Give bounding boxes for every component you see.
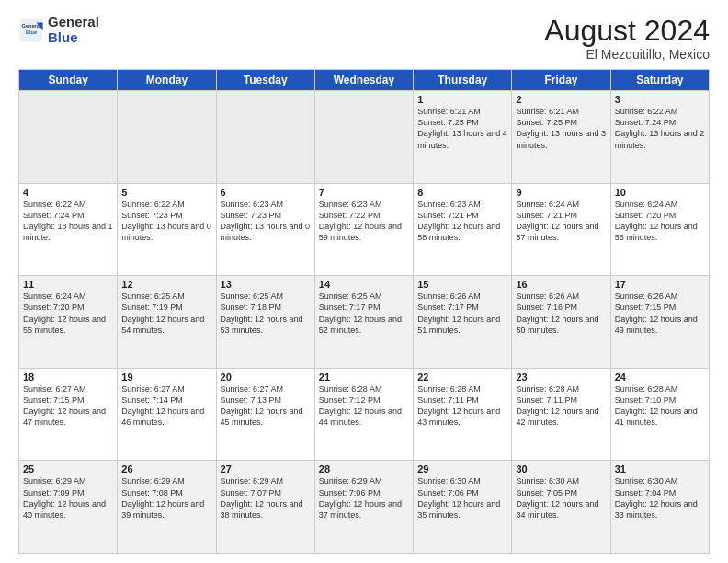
day-info: Sunrise: 6:23 AMSunset: 7:23 PMDaylight:…: [221, 199, 311, 244]
calendar-cell: 1Sunrise: 6:21 AMSunset: 7:25 PMDaylight…: [414, 91, 512, 184]
calendar-cell: 12Sunrise: 6:25 AMSunset: 7:19 PMDayligh…: [118, 276, 216, 369]
day-info: Sunrise: 6:30 AMSunset: 7:06 PMDaylight:…: [417, 476, 507, 521]
calendar-week-row: 1Sunrise: 6:21 AMSunset: 7:25 PMDaylight…: [19, 91, 710, 184]
day-info: Sunrise: 6:28 AMSunset: 7:12 PMDaylight:…: [319, 384, 409, 429]
day-info: Sunrise: 6:21 AMSunset: 7:25 PMDaylight:…: [417, 106, 507, 151]
calendar-cell: 6Sunrise: 6:23 AMSunset: 7:23 PMDaylight…: [216, 183, 314, 276]
weekday-header: Tuesday: [216, 70, 314, 91]
day-info: Sunrise: 6:28 AMSunset: 7:11 PMDaylight:…: [516, 384, 606, 429]
logo-blue-text: Blue: [48, 29, 78, 45]
day-info: Sunrise: 6:24 AMSunset: 7:20 PMDaylight:…: [615, 199, 705, 244]
day-info: Sunrise: 6:22 AMSunset: 7:24 PMDaylight:…: [23, 199, 113, 244]
day-number: 9: [516, 187, 606, 198]
calendar-cell: 20Sunrise: 6:27 AMSunset: 7:13 PMDayligh…: [216, 368, 314, 461]
calendar-week-row: 4Sunrise: 6:22 AMSunset: 7:24 PMDaylight…: [19, 183, 710, 276]
day-info: Sunrise: 6:26 AMSunset: 7:17 PMDaylight:…: [417, 291, 507, 336]
main-title: August 2024: [544, 15, 710, 47]
weekday-header: Friday: [512, 70, 610, 91]
day-number: 4: [23, 187, 113, 198]
day-number: 28: [319, 464, 409, 475]
day-number: 23: [516, 372, 606, 383]
day-info: Sunrise: 6:28 AMSunset: 7:11 PMDaylight:…: [417, 384, 507, 429]
calendar-cell: 13Sunrise: 6:25 AMSunset: 7:18 PMDayligh…: [216, 276, 314, 369]
calendar-cell: 23Sunrise: 6:28 AMSunset: 7:11 PMDayligh…: [512, 368, 610, 461]
calendar-cell: 30Sunrise: 6:30 AMSunset: 7:05 PMDayligh…: [512, 461, 610, 554]
weekday-header: Thursday: [414, 70, 512, 91]
calendar-cell: 14Sunrise: 6:25 AMSunset: 7:17 PMDayligh…: [314, 276, 413, 369]
day-number: 5: [121, 187, 211, 198]
subtitle: El Mezquitillo, Mexico: [544, 47, 710, 62]
svg-text:Blue: Blue: [26, 29, 37, 35]
logo-general-text: General: [48, 14, 99, 29]
calendar-cell: 5Sunrise: 6:22 AMSunset: 7:23 PMDaylight…: [118, 183, 216, 276]
calendar-cell: [118, 91, 216, 184]
day-number: 3: [615, 94, 705, 105]
weekday-header: Sunday: [19, 70, 118, 91]
day-info: Sunrise: 6:25 AMSunset: 7:18 PMDaylight:…: [221, 291, 311, 336]
weekday-header: Wednesday: [314, 70, 413, 91]
day-number: 10: [615, 187, 705, 198]
calendar-cell: [216, 91, 314, 184]
day-info: Sunrise: 6:21 AMSunset: 7:25 PMDaylight:…: [516, 106, 606, 151]
day-number: 17: [615, 279, 705, 290]
calendar-cell: [19, 91, 118, 184]
day-info: Sunrise: 6:24 AMSunset: 7:21 PMDaylight:…: [516, 199, 606, 244]
day-number: 19: [121, 372, 211, 383]
day-info: Sunrise: 6:23 AMSunset: 7:22 PMDaylight:…: [319, 199, 409, 244]
day-info: Sunrise: 6:26 AMSunset: 7:15 PMDaylight:…: [615, 291, 705, 336]
day-info: Sunrise: 6:29 AMSunset: 7:08 PMDaylight:…: [121, 476, 211, 521]
calendar-cell: 18Sunrise: 6:27 AMSunset: 7:15 PMDayligh…: [19, 368, 118, 461]
day-number: 14: [319, 279, 409, 290]
day-number: 15: [417, 279, 507, 290]
calendar-cell: 22Sunrise: 6:28 AMSunset: 7:11 PMDayligh…: [414, 368, 512, 461]
calendar-cell: 11Sunrise: 6:24 AMSunset: 7:20 PMDayligh…: [19, 276, 118, 369]
day-info: Sunrise: 6:30 AMSunset: 7:04 PMDaylight:…: [615, 476, 705, 521]
calendar: SundayMondayTuesdayWednesdayThursdayFrid…: [18, 69, 710, 554]
day-number: 6: [221, 187, 311, 198]
weekday-header: Saturday: [610, 70, 709, 91]
day-info: Sunrise: 6:25 AMSunset: 7:17 PMDaylight:…: [319, 291, 409, 336]
day-number: 8: [417, 187, 507, 198]
day-number: 16: [516, 279, 606, 290]
day-info: Sunrise: 6:29 AMSunset: 7:06 PMDaylight:…: [319, 476, 409, 521]
calendar-week-row: 18Sunrise: 6:27 AMSunset: 7:15 PMDayligh…: [19, 368, 710, 461]
day-number: 7: [319, 187, 409, 198]
day-info: Sunrise: 6:22 AMSunset: 7:23 PMDaylight:…: [121, 199, 211, 244]
header: General Blue General Blue August 2024 El…: [18, 15, 710, 62]
calendar-cell: 27Sunrise: 6:29 AMSunset: 7:07 PMDayligh…: [216, 461, 314, 554]
calendar-cell: 16Sunrise: 6:26 AMSunset: 7:16 PMDayligh…: [512, 276, 610, 369]
day-number: 1: [417, 94, 507, 105]
weekday-header: Monday: [118, 70, 216, 91]
day-number: 29: [417, 464, 507, 475]
day-number: 24: [615, 372, 705, 383]
day-number: 18: [23, 372, 113, 383]
logo-icon: General Blue: [18, 17, 44, 43]
day-number: 27: [221, 464, 311, 475]
calendar-cell: 19Sunrise: 6:27 AMSunset: 7:14 PMDayligh…: [118, 368, 216, 461]
calendar-cell: 29Sunrise: 6:30 AMSunset: 7:06 PMDayligh…: [414, 461, 512, 554]
calendar-cell: 26Sunrise: 6:29 AMSunset: 7:08 PMDayligh…: [118, 461, 216, 554]
calendar-cell: 28Sunrise: 6:29 AMSunset: 7:06 PMDayligh…: [314, 461, 413, 554]
day-number: 22: [417, 372, 507, 383]
day-info: Sunrise: 6:24 AMSunset: 7:20 PMDaylight:…: [23, 291, 113, 336]
calendar-week-row: 25Sunrise: 6:29 AMSunset: 7:09 PMDayligh…: [19, 461, 710, 554]
calendar-cell: 7Sunrise: 6:23 AMSunset: 7:22 PMDaylight…: [314, 183, 413, 276]
calendar-cell: 3Sunrise: 6:22 AMSunset: 7:24 PMDaylight…: [610, 91, 709, 184]
day-number: 2: [516, 94, 606, 105]
day-info: Sunrise: 6:25 AMSunset: 7:19 PMDaylight:…: [121, 291, 211, 336]
day-info: Sunrise: 6:30 AMSunset: 7:05 PMDaylight:…: [516, 476, 606, 521]
weekday-header-row: SundayMondayTuesdayWednesdayThursdayFrid…: [19, 70, 710, 91]
day-info: Sunrise: 6:22 AMSunset: 7:24 PMDaylight:…: [615, 106, 705, 151]
calendar-week-row: 11Sunrise: 6:24 AMSunset: 7:20 PMDayligh…: [19, 276, 710, 369]
day-number: 26: [121, 464, 211, 475]
day-info: Sunrise: 6:26 AMSunset: 7:16 PMDaylight:…: [516, 291, 606, 336]
page: General Blue General Blue August 2024 El…: [0, 0, 728, 563]
day-number: 12: [121, 279, 211, 290]
calendar-cell: 9Sunrise: 6:24 AMSunset: 7:21 PMDaylight…: [512, 183, 610, 276]
day-info: Sunrise: 6:27 AMSunset: 7:13 PMDaylight:…: [221, 384, 311, 429]
day-number: 30: [516, 464, 606, 475]
day-number: 13: [221, 279, 311, 290]
day-info: Sunrise: 6:23 AMSunset: 7:21 PMDaylight:…: [417, 199, 507, 244]
day-info: Sunrise: 6:29 AMSunset: 7:07 PMDaylight:…: [221, 476, 311, 521]
day-info: Sunrise: 6:28 AMSunset: 7:10 PMDaylight:…: [615, 384, 705, 429]
